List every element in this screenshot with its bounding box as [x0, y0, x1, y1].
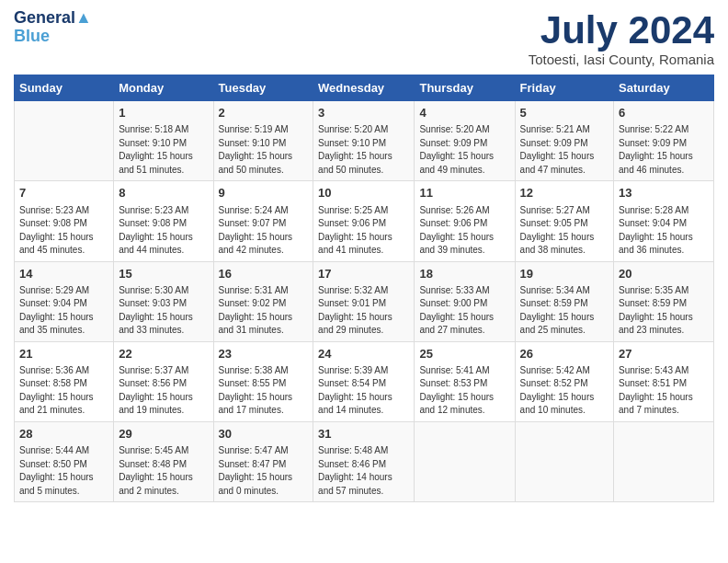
day-number: 2	[219, 105, 309, 121]
calendar-day-cell: 12Sunrise: 5:27 AM Sunset: 9:05 PM Dayli…	[515, 181, 613, 261]
calendar-body: 1Sunrise: 5:18 AM Sunset: 9:10 PM Daylig…	[15, 101, 714, 502]
day-details: Sunrise: 5:36 AM Sunset: 8:58 PM Dayligh…	[19, 364, 108, 418]
day-number: 6	[619, 105, 709, 121]
calendar-day-cell: 14Sunrise: 5:29 AM Sunset: 9:04 PM Dayli…	[15, 261, 114, 341]
weekday-header: Monday	[114, 75, 213, 101]
calendar-week-row: 21Sunrise: 5:36 AM Sunset: 8:58 PM Dayli…	[15, 341, 714, 421]
calendar-week-row: 28Sunrise: 5:44 AM Sunset: 8:50 PM Dayli…	[15, 421, 714, 501]
day-details: Sunrise: 5:35 AM Sunset: 8:59 PM Dayligh…	[619, 284, 709, 338]
calendar-day-cell: 27Sunrise: 5:43 AM Sunset: 8:51 PM Dayli…	[614, 341, 714, 421]
calendar-day-cell: 23Sunrise: 5:38 AM Sunset: 8:55 PM Dayli…	[213, 341, 313, 421]
logo-line2: Blue	[14, 28, 92, 46]
day-details: Sunrise: 5:44 AM Sunset: 8:50 PM Dayligh…	[19, 444, 108, 498]
calendar-header: SundayMondayTuesdayWednesdayThursdayFrid…	[15, 75, 714, 101]
day-number: 22	[119, 346, 208, 362]
day-details: Sunrise: 5:24 AM Sunset: 9:07 PM Dayligh…	[219, 204, 309, 258]
day-number: 19	[520, 266, 609, 282]
weekday-header: Tuesday	[213, 75, 313, 101]
logo: General▲ Blue	[14, 9, 92, 46]
header-row: SundayMondayTuesdayWednesdayThursdayFrid…	[15, 75, 714, 101]
calendar-day-cell: 2Sunrise: 5:19 AM Sunset: 9:10 PM Daylig…	[213, 101, 313, 181]
day-details: Sunrise: 5:20 AM Sunset: 9:09 PM Dayligh…	[419, 123, 509, 177]
day-number: 11	[419, 185, 509, 201]
day-number: 21	[19, 346, 108, 362]
calendar-day-cell: 15Sunrise: 5:30 AM Sunset: 9:03 PM Dayli…	[114, 261, 213, 341]
day-details: Sunrise: 5:34 AM Sunset: 8:59 PM Dayligh…	[520, 284, 609, 338]
day-number: 28	[19, 426, 108, 442]
location: Totoesti, Iasi County, Romania	[529, 52, 714, 67]
day-number: 7	[19, 185, 108, 201]
day-details: Sunrise: 5:37 AM Sunset: 8:56 PM Dayligh…	[119, 364, 208, 418]
day-number: 3	[318, 105, 409, 121]
day-details: Sunrise: 5:18 AM Sunset: 9:10 PM Dayligh…	[119, 123, 208, 177]
day-details: Sunrise: 5:28 AM Sunset: 9:04 PM Dayligh…	[619, 204, 709, 258]
day-details: Sunrise: 5:38 AM Sunset: 8:55 PM Dayligh…	[219, 364, 309, 418]
day-details: Sunrise: 5:41 AM Sunset: 8:53 PM Dayligh…	[419, 364, 509, 418]
calendar-week-row: 14Sunrise: 5:29 AM Sunset: 9:04 PM Dayli…	[15, 261, 714, 341]
day-number: 31	[318, 426, 409, 442]
calendar-day-cell: 31Sunrise: 5:48 AM Sunset: 8:46 PM Dayli…	[313, 421, 415, 501]
calendar-day-cell: 30Sunrise: 5:47 AM Sunset: 8:47 PM Dayli…	[213, 421, 313, 501]
day-number: 13	[619, 185, 709, 201]
day-number: 15	[119, 266, 208, 282]
day-details: Sunrise: 5:42 AM Sunset: 8:52 PM Dayligh…	[520, 364, 609, 418]
calendar-day-cell: 4Sunrise: 5:20 AM Sunset: 9:09 PM Daylig…	[415, 101, 515, 181]
day-number: 16	[219, 266, 309, 282]
weekday-header: Saturday	[614, 75, 714, 101]
day-number: 20	[619, 266, 709, 282]
logo-line1: General▲	[14, 9, 92, 28]
day-number: 30	[219, 426, 309, 442]
calendar-day-cell: 9Sunrise: 5:24 AM Sunset: 9:07 PM Daylig…	[213, 181, 313, 261]
calendar-day-cell: 18Sunrise: 5:33 AM Sunset: 9:00 PM Dayli…	[415, 261, 515, 341]
calendar-day-cell: 5Sunrise: 5:21 AM Sunset: 9:09 PM Daylig…	[515, 101, 613, 181]
day-details: Sunrise: 5:23 AM Sunset: 9:08 PM Dayligh…	[119, 204, 208, 258]
day-details: Sunrise: 5:47 AM Sunset: 8:47 PM Dayligh…	[219, 444, 309, 498]
calendar-week-row: 1Sunrise: 5:18 AM Sunset: 9:10 PM Daylig…	[15, 101, 714, 181]
day-details: Sunrise: 5:22 AM Sunset: 9:09 PM Dayligh…	[619, 123, 709, 177]
day-details: Sunrise: 5:26 AM Sunset: 9:06 PM Dayligh…	[419, 204, 509, 258]
calendar-day-cell: 8Sunrise: 5:23 AM Sunset: 9:08 PM Daylig…	[114, 181, 213, 261]
day-number: 9	[219, 185, 309, 201]
month-title: July 2024	[529, 9, 714, 52]
weekday-header: Wednesday	[313, 75, 415, 101]
day-details: Sunrise: 5:23 AM Sunset: 9:08 PM Dayligh…	[19, 204, 108, 258]
day-number: 23	[219, 346, 309, 362]
day-number: 24	[318, 346, 409, 362]
calendar-day-cell	[415, 421, 515, 501]
calendar-table: SundayMondayTuesdayWednesdayThursdayFrid…	[14, 75, 714, 502]
calendar-day-cell: 3Sunrise: 5:20 AM Sunset: 9:10 PM Daylig…	[313, 101, 415, 181]
day-number: 18	[419, 266, 509, 282]
calendar-day-cell: 25Sunrise: 5:41 AM Sunset: 8:53 PM Dayli…	[415, 341, 515, 421]
calendar-day-cell: 24Sunrise: 5:39 AM Sunset: 8:54 PM Dayli…	[313, 341, 415, 421]
calendar-day-cell: 17Sunrise: 5:32 AM Sunset: 9:01 PM Dayli…	[313, 261, 415, 341]
calendar-day-cell	[515, 421, 613, 501]
day-number: 25	[419, 346, 509, 362]
day-details: Sunrise: 5:29 AM Sunset: 9:04 PM Dayligh…	[19, 284, 108, 338]
day-number: 17	[318, 266, 409, 282]
day-details: Sunrise: 5:20 AM Sunset: 9:10 PM Dayligh…	[318, 123, 409, 177]
header: General▲ Blue July 2024 Totoesti, Iasi C…	[14, 9, 714, 67]
weekday-header: Friday	[515, 75, 613, 101]
day-details: Sunrise: 5:30 AM Sunset: 9:03 PM Dayligh…	[119, 284, 208, 338]
day-number: 29	[119, 426, 208, 442]
weekday-header: Thursday	[415, 75, 515, 101]
calendar-day-cell: 29Sunrise: 5:45 AM Sunset: 8:48 PM Dayli…	[114, 421, 213, 501]
day-number: 8	[119, 185, 208, 201]
day-number: 26	[520, 346, 609, 362]
calendar-day-cell	[614, 421, 714, 501]
calendar-day-cell: 6Sunrise: 5:22 AM Sunset: 9:09 PM Daylig…	[614, 101, 714, 181]
day-number: 27	[619, 346, 709, 362]
calendar-day-cell: 1Sunrise: 5:18 AM Sunset: 9:10 PM Daylig…	[114, 101, 213, 181]
calendar-day-cell: 28Sunrise: 5:44 AM Sunset: 8:50 PM Dayli…	[15, 421, 114, 501]
weekday-header: Sunday	[15, 75, 114, 101]
day-number: 4	[419, 105, 509, 121]
day-number: 12	[520, 185, 609, 201]
title-area: July 2024 Totoesti, Iasi County, Romania	[529, 9, 714, 67]
day-details: Sunrise: 5:21 AM Sunset: 9:09 PM Dayligh…	[520, 123, 609, 177]
day-details: Sunrise: 5:19 AM Sunset: 9:10 PM Dayligh…	[219, 123, 309, 177]
calendar-day-cell: 13Sunrise: 5:28 AM Sunset: 9:04 PM Dayli…	[614, 181, 714, 261]
day-details: Sunrise: 5:45 AM Sunset: 8:48 PM Dayligh…	[119, 444, 208, 498]
calendar-day-cell: 19Sunrise: 5:34 AM Sunset: 8:59 PM Dayli…	[515, 261, 613, 341]
day-details: Sunrise: 5:48 AM Sunset: 8:46 PM Dayligh…	[318, 444, 409, 498]
day-details: Sunrise: 5:27 AM Sunset: 9:05 PM Dayligh…	[520, 204, 609, 258]
